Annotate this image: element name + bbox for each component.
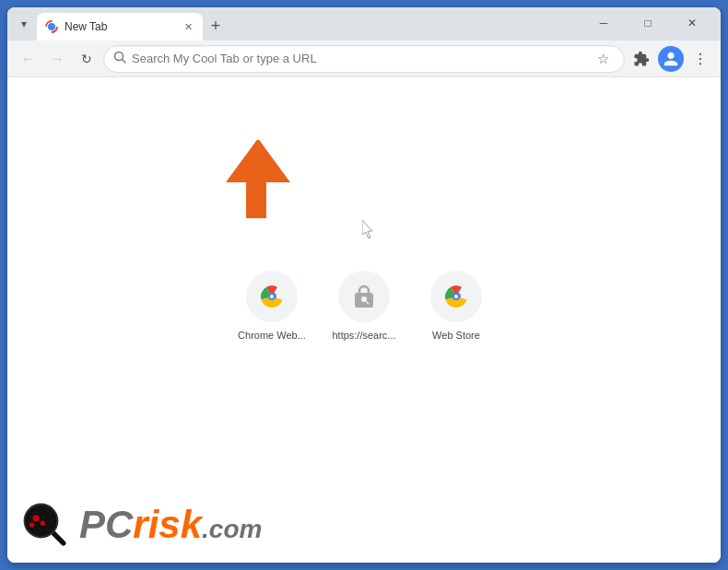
svg-point-21 — [33, 515, 40, 521]
shortcut-search-label: https://searc... — [332, 330, 395, 341]
tab-close-button[interactable]: ✕ — [181, 19, 195, 34]
reload-button[interactable]: ↻ — [74, 46, 100, 72]
shortcut-web-store-icon — [430, 271, 482, 322]
svg-point-22 — [41, 521, 45, 526]
arrow-annotation — [219, 140, 298, 222]
back-button[interactable]: ← — [15, 46, 41, 72]
active-tab[interactable]: New Tab ✕ — [37, 13, 203, 41]
shortcut-chrome-web-label: Chrome Web... — [238, 330, 306, 341]
svg-point-19 — [454, 295, 458, 298]
title-bar: ▾ New Tab ✕ + ─ — [7, 7, 721, 41]
logo-pc-text: PC — [79, 506, 133, 544]
svg-marker-9 — [228, 140, 288, 218]
svg-point-6 — [699, 52, 701, 54]
svg-point-7 — [699, 57, 701, 59]
main-content: Chrome Web... https://searc... — [7, 77, 721, 563]
shortcuts-area: Chrome Web... https://searc... — [235, 271, 493, 341]
tab-title: New Tab — [65, 20, 175, 33]
browser-window: ▾ New Tab ✕ + ─ — [7, 7, 721, 563]
shortcut-chrome-web-icon — [246, 271, 298, 322]
svg-point-13 — [270, 295, 274, 298]
logo-text-group: PCrisk.com — [79, 506, 262, 544]
profile-button[interactable] — [658, 46, 684, 72]
shortcut-search[interactable]: https://searc... — [327, 271, 401, 341]
shortcut-search-icon — [338, 271, 390, 322]
bookmark-button[interactable]: ☆ — [591, 47, 615, 71]
shortcut-web-store-label: Web Store — [432, 330, 480, 341]
mouse-cursor — [362, 220, 379, 238]
forward-button[interactable]: → — [44, 46, 70, 72]
window-controls: ─ □ ✕ — [582, 9, 717, 41]
address-bar[interactable]: ☆ — [103, 45, 625, 73]
close-button[interactable]: ✕ — [671, 9, 713, 37]
maximize-button[interactable]: □ — [627, 9, 669, 37]
shortcut-chrome-web[interactable]: Chrome Web... — [235, 271, 309, 341]
logo-risk-text: risk — [133, 506, 202, 544]
search-icon — [113, 51, 126, 66]
logo-dot-com-text: .com — [202, 517, 262, 542]
svg-point-3 — [49, 24, 54, 29]
shortcut-web-store[interactable]: Web Store — [419, 271, 493, 341]
svg-point-15 — [361, 297, 367, 302]
extensions-button[interactable] — [628, 46, 654, 72]
nav-bar: ← → ↻ ☆ — [7, 41, 721, 77]
svg-point-23 — [29, 522, 34, 527]
menu-button[interactable] — [687, 46, 713, 72]
tab-list-button[interactable]: ▾ — [11, 11, 37, 37]
svg-marker-10 — [362, 220, 372, 238]
watermark: PCrisk.com — [20, 500, 262, 550]
svg-line-5 — [123, 60, 126, 64]
svg-point-8 — [699, 63, 701, 64]
svg-line-24 — [53, 533, 64, 543]
tab-area: ▾ New Tab ✕ + — [11, 11, 582, 41]
address-input[interactable] — [132, 52, 585, 65]
minimize-button[interactable]: ─ — [582, 9, 625, 37]
tab-favicon — [44, 19, 59, 34]
new-tab-button[interactable]: + — [203, 13, 229, 39]
